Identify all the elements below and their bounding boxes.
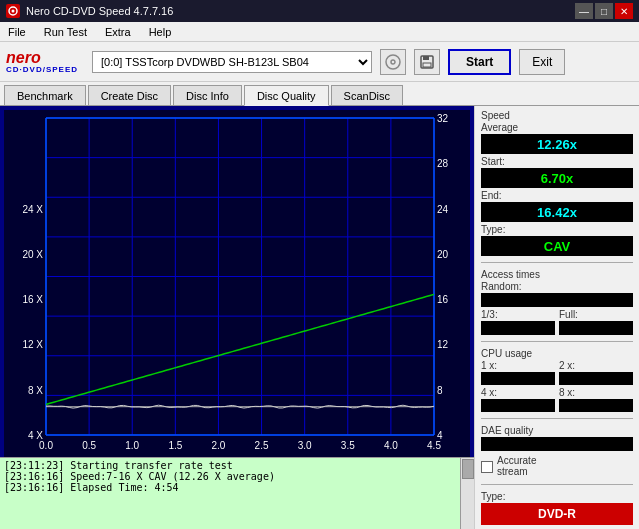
chart-area: [23:11:23] Starting transfer rate test [… <box>0 106 474 529</box>
disc-type-label: Type: <box>481 491 633 502</box>
svg-rect-6 <box>423 63 431 67</box>
dae-section: DAE quality <box>481 425 633 451</box>
tab-create-disc[interactable]: Create Disc <box>88 85 171 105</box>
type-value: CAV <box>481 236 633 256</box>
one-third-label: 1/3: <box>481 309 555 320</box>
2x-label: 2 x: <box>559 360 633 371</box>
svg-point-3 <box>391 60 395 64</box>
tab-benchmark[interactable]: Benchmark <box>4 85 86 105</box>
speed-section: Speed Average 12.26x Start: 6.70x End: 1… <box>481 110 633 256</box>
menu-file[interactable]: File <box>4 24 30 40</box>
cpu-usage-section: CPU usage 1 x: 2 x: 4 x: 8 x: <box>481 348 633 412</box>
start-button[interactable]: Start <box>448 49 511 75</box>
random-value <box>481 293 633 307</box>
disc-type-section: Type: DVD-R Length: 4.38 GB <box>481 491 633 529</box>
8x-value <box>559 399 633 412</box>
log-area: [23:11:23] Starting transfer rate test [… <box>0 457 474 529</box>
nero-logo: nero CD·DVD/SPEED <box>6 50 78 74</box>
app-icon <box>6 4 20 18</box>
minimize-button[interactable]: — <box>575 3 593 19</box>
dae-value <box>481 437 633 451</box>
one-third-value <box>481 321 555 335</box>
speed-label: Speed <box>481 110 633 121</box>
svg-point-1 <box>12 10 15 13</box>
full-value <box>559 321 633 335</box>
main-content: [23:11:23] Starting transfer rate test [… <box>0 106 639 529</box>
type-label: Type: <box>481 224 505 235</box>
close-button[interactable]: ✕ <box>615 3 633 19</box>
log-entry-3: [23:16:16] Elapsed Time: 4:54 <box>4 482 456 493</box>
nero-logo-sub: CD·DVD/SPEED <box>6 66 78 74</box>
toolbar: nero CD·DVD/SPEED [0:0] TSSTcorp DVDWBD … <box>0 42 639 82</box>
dae-label: DAE quality <box>481 425 633 436</box>
cpu-usage-label: CPU usage <box>481 348 633 359</box>
divider-3 <box>481 418 633 419</box>
log-entry-1: [23:11:23] Starting transfer rate test <box>4 460 456 471</box>
tab-disc-info[interactable]: Disc Info <box>173 85 242 105</box>
log-scrollbar[interactable] <box>460 458 474 529</box>
full-label: Full: <box>559 309 633 320</box>
exit-button[interactable]: Exit <box>519 49 565 75</box>
window-title: Nero CD-DVD Speed 4.7.7.16 <box>26 5 173 17</box>
1x-value <box>481 372 555 385</box>
log-scroll-thumb[interactable] <box>462 459 474 479</box>
end-label: End: <box>481 190 502 201</box>
save-icon-button[interactable] <box>414 49 440 75</box>
2x-value <box>559 372 633 385</box>
divider-2 <box>481 341 633 342</box>
drive-select[interactable]: [0:0] TSSTcorp DVDWBD SH-B123L SB04 <box>92 51 372 73</box>
average-label: Average <box>481 122 633 133</box>
svg-point-2 <box>386 55 400 69</box>
divider-4 <box>481 484 633 485</box>
accurate-stream-row: Accuratestream <box>481 455 633 478</box>
nero-logo-text: nero <box>6 50 41 66</box>
right-panel: Speed Average 12.26x Start: 6.70x End: 1… <box>474 106 639 529</box>
random-label: Random: <box>481 281 522 292</box>
maximize-button[interactable]: □ <box>595 3 613 19</box>
accurate-stream-label: Accuratestream <box>497 455 536 477</box>
end-value: 16.42x <box>481 202 633 222</box>
tab-disc-quality[interactable]: Disc Quality <box>244 85 329 106</box>
4x-label: 4 x: <box>481 387 555 398</box>
menu-run-test[interactable]: Run Test <box>40 24 91 40</box>
chart-canvas <box>4 110 470 457</box>
menu-bar: File Run Test Extra Help <box>0 22 639 42</box>
accurate-stream-checkbox[interactable] <box>481 461 493 473</box>
svg-rect-5 <box>423 56 429 60</box>
disc-icon-button[interactable] <box>380 49 406 75</box>
title-bar: Nero CD-DVD Speed 4.7.7.16 — □ ✕ <box>0 0 639 22</box>
4x-value <box>481 399 555 412</box>
average-value: 12.26x <box>481 134 633 154</box>
tab-scan-disc[interactable]: ScanDisc <box>331 85 403 105</box>
window-controls[interactable]: — □ ✕ <box>575 3 633 19</box>
access-times-section: Access times Random: 1/3: Full: <box>481 269 633 335</box>
log-content: [23:11:23] Starting transfer rate test [… <box>4 460 470 493</box>
start-value: 6.70x <box>481 168 633 188</box>
divider-1 <box>481 262 633 263</box>
menu-extra[interactable]: Extra <box>101 24 135 40</box>
access-times-label: Access times <box>481 269 633 280</box>
tab-bar: Benchmark Create Disc Disc Info Disc Qua… <box>0 82 639 106</box>
1x-label: 1 x: <box>481 360 555 371</box>
8x-label: 8 x: <box>559 387 633 398</box>
start-label: Start: <box>481 156 505 167</box>
menu-help[interactable]: Help <box>145 24 176 40</box>
disc-type-value: DVD-R <box>481 503 633 525</box>
log-entry-2: [23:16:16] Speed:7-16 X CAV (12.26 X ave… <box>4 471 456 482</box>
